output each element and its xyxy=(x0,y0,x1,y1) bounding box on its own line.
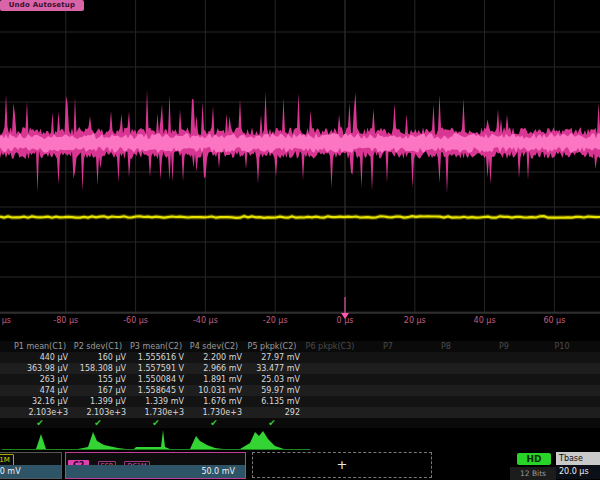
param-header-10[interactable]: P10 xyxy=(534,341,590,352)
param-max-P1: 474 µV xyxy=(12,385,68,396)
param-status-row: ✔✔✔✔✔ xyxy=(0,418,600,428)
param-num-P4: 1.730e+3 xyxy=(186,407,242,418)
time-tick-label: -60 µs xyxy=(123,316,148,325)
param-header-7[interactable]: P7 xyxy=(360,341,416,352)
time-tick-label: 40 µs xyxy=(474,316,496,325)
param-num-P1: 2.103e+3 xyxy=(12,407,68,418)
param-header-6[interactable]: P6 pkpk(C3) xyxy=(302,341,358,352)
param-max-P4: 10.031 mV xyxy=(186,385,242,396)
param-min-P2: 155 µV xyxy=(70,374,126,385)
param-value-P8 xyxy=(418,352,474,363)
param-value-P10 xyxy=(534,352,590,363)
channel-descriptor-c2[interactable]: C2 ESR DC1M 50.0 mV xyxy=(65,452,246,479)
param-num-P10 xyxy=(534,407,590,418)
param-value-P4: 2.200 mV xyxy=(186,352,242,363)
time-tick-label: -100 µs xyxy=(0,316,11,325)
param-num-P8 xyxy=(418,407,474,418)
timebase-label: Tbase xyxy=(556,452,600,465)
measurement-table: P1 mean(C1)P2 sdev(C1)P3 mean(C2)P4 sdev… xyxy=(0,341,600,428)
hd-mode-badge[interactable]: HD xyxy=(517,453,551,465)
param-sdev-P6 xyxy=(302,396,358,407)
param-mean-P7 xyxy=(360,363,416,374)
param-sdev-P5: 6.135 mV xyxy=(244,396,300,407)
param-max-row: 474 µV167 µV1.558645 V10.031 mV59.97 mV xyxy=(0,385,600,396)
param-max-P6 xyxy=(302,385,358,396)
waveform-graticule xyxy=(0,0,600,332)
param-mean-row: 363.98 µV158.308 µV1.557591 V2.966 mV33.… xyxy=(0,363,600,374)
time-axis-labels: -100 µs-80 µs-60 µs-40 µs-20 µs0 µs20 µs… xyxy=(0,314,600,330)
param-header-2[interactable]: P2 sdev(C1) xyxy=(70,341,126,352)
param-header-5[interactable]: P5 pkpk(C2) xyxy=(244,341,300,352)
param-sdev-P10 xyxy=(534,396,590,407)
param-value-P2: 160 µV xyxy=(70,352,126,363)
param-num-P5: 292 xyxy=(244,407,300,418)
param-mean-P6 xyxy=(302,363,358,374)
param-num-P7 xyxy=(360,407,416,418)
time-tick-label: -40 µs xyxy=(193,316,218,325)
param-mean-P5: 33.477 mV xyxy=(244,363,300,374)
time-tick-label: 20 µs xyxy=(404,316,426,325)
param-max-P5: 59.97 mV xyxy=(244,385,300,396)
param-header-4[interactable]: P4 sdev(C2) xyxy=(186,341,242,352)
histicon-P2[interactable] xyxy=(78,432,126,449)
param-num-P9 xyxy=(476,407,532,418)
time-tick-label: -20 µs xyxy=(263,316,288,325)
param-min-P7 xyxy=(360,374,416,385)
oscilloscope-screen: Undo Autosetup -100 µs-80 µs-60 µs-40 µs… xyxy=(0,0,600,480)
param-mean-P3: 1.557591 V xyxy=(128,363,184,374)
param-value-P9 xyxy=(476,352,532,363)
param-value-P1: 440 µV xyxy=(12,352,68,363)
param-mean-P10 xyxy=(534,363,590,374)
histicon-P1[interactable] xyxy=(20,434,46,449)
histicon-P4[interactable] xyxy=(190,436,223,449)
histicon-P3[interactable] xyxy=(134,430,170,449)
param-sdev-P3: 1.339 mV xyxy=(128,396,184,407)
param-min-P5: 25.03 mV xyxy=(244,374,300,385)
param-min-P6 xyxy=(302,374,358,385)
param-sdev-P9 xyxy=(476,396,532,407)
undo-autosetup-button[interactable]: Undo Autosetup xyxy=(0,0,84,11)
param-value-P6 xyxy=(302,352,358,363)
c1-flat-trace xyxy=(0,216,600,218)
time-tick-label: -80 µs xyxy=(53,316,78,325)
param-sdev-P7 xyxy=(360,396,416,407)
param-header-8[interactable]: P8 xyxy=(418,341,474,352)
param-num-P3: 1.730e+3 xyxy=(128,407,184,418)
timebase-value: 20.0 µs xyxy=(556,465,600,479)
param-max-P8 xyxy=(418,385,474,396)
param-min-P9 xyxy=(476,374,532,385)
param-mean-P1: 363.98 µV xyxy=(12,363,68,374)
param-value-P3: 1.555616 V xyxy=(128,352,184,363)
param-max-P2: 167 µV xyxy=(70,385,126,396)
param-sdev-P2: 1.399 µV xyxy=(70,396,126,407)
time-tick-label: 0 µs xyxy=(337,316,354,325)
param-sdev-P4: 1.676 mV xyxy=(186,396,242,407)
param-num-row: 2.103e+32.103e+31.730e+31.730e+3292 xyxy=(0,407,600,418)
channel-descriptor-c1[interactable]: DC1M 10.0 mV xyxy=(0,452,62,479)
param-value-row: 440 µV160 µV1.555616 V2.200 mV27.97 mV xyxy=(0,352,600,363)
param-min-P8 xyxy=(418,374,474,385)
add-trace-button[interactable]: + xyxy=(252,452,432,478)
param-min-row: 263 µV155 µV1.550084 V1.891 mV25.03 mV xyxy=(0,374,600,385)
parameter-histicons[interactable] xyxy=(0,428,600,452)
adc-bits-label: 12 Bits xyxy=(510,467,556,480)
param-sdev-P1: 32.16 µV xyxy=(12,396,68,407)
param-sdev-P8 xyxy=(418,396,474,407)
param-header-9[interactable]: P9 xyxy=(476,341,532,352)
param-sdev-row: 32.16 µV1.399 µV1.339 mV1.676 mV6.135 mV xyxy=(0,396,600,407)
c2-vdiv-value: 50.0 mV xyxy=(201,465,235,478)
param-header-3[interactable]: P3 mean(C2) xyxy=(128,341,184,352)
histicon-P5[interactable] xyxy=(240,431,284,449)
param-mean-P2: 158.308 µV xyxy=(70,363,126,374)
param-mean-P4: 2.966 mV xyxy=(186,363,242,374)
timebase-descriptor[interactable]: Tbase 20.0 µs xyxy=(556,452,600,479)
param-value-P5: 27.97 mV xyxy=(244,352,300,363)
param-min-P4: 1.891 mV xyxy=(186,374,242,385)
param-max-P9 xyxy=(476,385,532,396)
param-header-1[interactable]: P1 mean(C1) xyxy=(12,341,68,352)
c1-vdiv-value: 10.0 mV xyxy=(0,465,21,478)
param-min-P1: 263 µV xyxy=(12,374,68,385)
param-min-P3: 1.550084 V xyxy=(128,374,184,385)
param-value-P7 xyxy=(360,352,416,363)
param-min-P10 xyxy=(534,374,590,385)
